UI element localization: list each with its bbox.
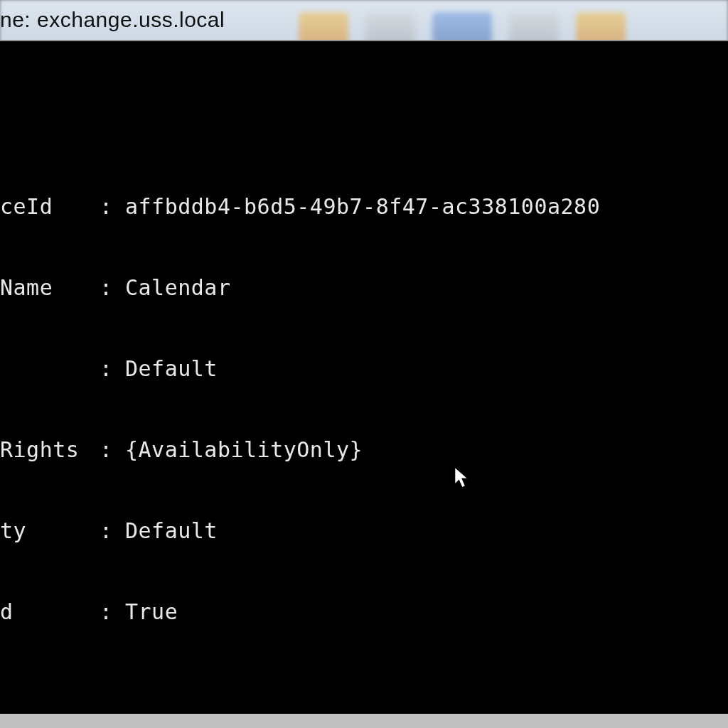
field-label: d bbox=[0, 599, 100, 626]
colon-separator: : bbox=[100, 518, 125, 545]
field-label bbox=[0, 355, 100, 382]
colon-separator: : bbox=[100, 437, 125, 464]
window-titlebar[interactable]: ne: exchange.uss.local bbox=[0, 0, 225, 40]
table-row: ty: Default bbox=[0, 518, 728, 545]
window-title: ne: exchange.uss.local bbox=[0, 8, 225, 32]
field-value: Calendar bbox=[125, 274, 728, 301]
field-value: {AvailabilityOnly} bbox=[125, 437, 728, 464]
permission-entry: ceId: affbddb4-b6d5-49b7-8f47-ac338100a2… bbox=[0, 139, 728, 680]
field-label: Name bbox=[0, 274, 100, 301]
colon-separator: : bbox=[100, 355, 125, 382]
colon-separator: : bbox=[100, 274, 125, 301]
terminal-output[interactable]: ceId: affbddb4-b6d5-49b7-8f47-ac338100a2… bbox=[0, 41, 728, 728]
table-row: ceId: affbddb4-b6d5-49b7-8f47-ac338100a2… bbox=[0, 193, 728, 220]
field-label: Rights bbox=[0, 437, 100, 464]
field-value: Default bbox=[125, 355, 728, 382]
field-label: ty bbox=[0, 518, 100, 545]
field-label: ceId bbox=[0, 193, 100, 220]
field-value: Default bbox=[125, 518, 728, 545]
field-value: True bbox=[125, 599, 728, 626]
table-row: d: True bbox=[0, 599, 728, 626]
colon-separator: : bbox=[100, 599, 125, 626]
table-row: : Default bbox=[0, 355, 728, 382]
table-row: Name: Calendar bbox=[0, 274, 728, 301]
field-value: affbddb4-b6d5-49b7-8f47-ac338100a280 bbox=[125, 193, 728, 220]
table-row: Rights: {AvailabilityOnly} bbox=[0, 437, 728, 464]
terminal-window[interactable]: ceId: affbddb4-b6d5-49b7-8f47-ac338100a2… bbox=[0, 40, 728, 728]
colon-separator: : bbox=[100, 193, 125, 220]
